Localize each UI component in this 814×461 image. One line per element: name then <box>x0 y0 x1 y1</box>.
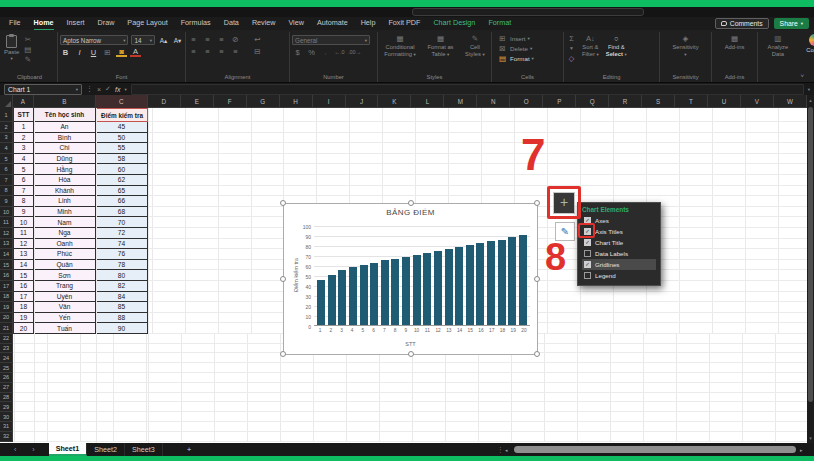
number-format-select[interactable]: General▾ <box>292 35 370 45</box>
table-cell[interactable]: 72 <box>96 228 148 239</box>
column-header-V[interactable]: V <box>741 95 774 108</box>
chart-element-item-legend[interactable]: Legend <box>582 270 656 281</box>
align-right-icon[interactable]: ≡ <box>216 47 227 56</box>
chart-bar[interactable] <box>381 260 389 325</box>
menu-tab-insert[interactable]: Insert <box>67 17 85 31</box>
shrink-font-icon[interactable]: A▾ <box>172 36 183 45</box>
empty-cells[interactable] <box>148 122 807 133</box>
row-header-24[interactable]: 24 <box>0 353 13 363</box>
autosum-icon[interactable]: Σ <box>566 34 577 43</box>
sheet-nav-left-icon[interactable]: ‹ <box>14 446 16 453</box>
menu-tab-review[interactable]: Review <box>252 17 276 31</box>
row-header-1[interactable]: 1 <box>0 108 13 122</box>
table-cell[interactable]: Sơn <box>34 270 96 281</box>
chart-bar[interactable] <box>360 265 368 325</box>
menu-tab-draw[interactable]: Draw <box>98 17 115 31</box>
empty-cells[interactable] <box>148 133 807 144</box>
row-header-25[interactable]: 25 <box>0 363 13 373</box>
chart-bar[interactable] <box>391 259 399 325</box>
chart-bars[interactable] <box>314 226 530 325</box>
empty-cells[interactable] <box>148 154 807 165</box>
table-header-cell[interactable]: STT <box>13 108 34 122</box>
select-all-button[interactable] <box>0 95 13 108</box>
chart-bar[interactable] <box>370 263 378 325</box>
row-header-3[interactable]: 3 <box>0 133 13 144</box>
row-header-5[interactable]: 5 <box>0 154 13 165</box>
fill-color-button[interactable]: ◙ <box>116 48 127 57</box>
table-cell[interactable]: 15 <box>13 270 34 281</box>
chart-bar[interactable] <box>402 257 410 325</box>
chart-resize-handle[interactable] <box>534 276 540 282</box>
empty-cells[interactable] <box>13 373 807 383</box>
cell-styles-button[interactable]: ✎ CellStyles ▾ <box>463 33 487 59</box>
chart-bar[interactable] <box>413 255 421 325</box>
checkbox-data-labels[interactable] <box>584 250 591 257</box>
menu-tab-page-layout[interactable]: Page Layout <box>127 17 167 31</box>
empty-cells[interactable] <box>13 422 807 432</box>
table-cell[interactable]: Minh <box>34 207 96 218</box>
empty-cells[interactable] <box>13 402 807 412</box>
menu-tab-help[interactable]: Help <box>361 17 376 31</box>
font-name-select[interactable]: Aptos Narrow▾ <box>60 35 128 45</box>
table-cell[interactable]: 7 <box>13 186 34 197</box>
column-header-C[interactable]: C <box>96 95 148 108</box>
table-cell[interactable]: Oanh <box>34 239 96 250</box>
empty-cells[interactable] <box>13 393 807 403</box>
menu-tab-automate[interactable]: Automate <box>317 17 348 31</box>
orientation-icon[interactable]: ⊘ <box>230 35 241 44</box>
comments-button[interactable]: Comments <box>715 18 769 29</box>
column-header-E[interactable]: E <box>181 95 214 108</box>
format-painter-icon[interactable]: ✎ <box>22 55 33 64</box>
menu-tab-formulas[interactable]: Formulas <box>181 17 211 31</box>
row-header-28[interactable]: 28 <box>0 393 13 403</box>
menu-tab-view[interactable]: View <box>288 17 303 31</box>
chart-bar[interactable] <box>508 237 516 325</box>
sort-filter-button[interactable]: A↓ Sort &Filter ▾ <box>580 33 601 59</box>
search-box[interactable] <box>412 8 644 16</box>
ribbon-collapse-icon[interactable]: ˅ <box>800 73 804 79</box>
table-cell[interactable]: 50 <box>96 133 148 144</box>
checkbox-legend[interactable] <box>584 272 591 279</box>
sheet-tab-sheet2[interactable]: Sheet2 <box>87 443 125 456</box>
table-cell[interactable]: Chi <box>34 143 96 154</box>
row-header-19[interactable]: 19 <box>0 302 13 313</box>
add-ins-button[interactable]: ▦ Add-ins <box>723 33 747 52</box>
row-header-7[interactable]: 7 <box>0 175 13 186</box>
empty-cells[interactable] <box>13 383 807 393</box>
font-size-select[interactable]: 14▾ <box>131 35 155 45</box>
vertical-scrollbar[interactable]: ▴ ▾ <box>807 95 814 443</box>
table-cell[interactable]: 85 <box>96 302 148 313</box>
table-cell[interactable]: 8 <box>13 196 34 207</box>
chart-bar[interactable] <box>466 245 474 325</box>
fill-icon[interactable]: ▼ <box>566 44 577 53</box>
italic-button[interactable]: I <box>74 48 85 57</box>
column-header-R[interactable]: R <box>609 95 642 108</box>
tab-split-handle[interactable]: ⋮ <box>497 446 504 454</box>
align-left-icon[interactable]: ≡ <box>188 47 199 56</box>
table-cell[interactable]: 18 <box>13 302 34 313</box>
row-header-18[interactable]: 18 <box>0 292 13 303</box>
table-cell[interactable]: Vân <box>34 302 96 313</box>
table-cell[interactable]: 17 <box>13 292 34 303</box>
table-cell[interactable]: 5 <box>13 164 34 175</box>
borders-button[interactable]: ⊞ <box>102 48 113 57</box>
row-header-32[interactable]: 32 <box>0 432 13 442</box>
chart-element-item-chart-title[interactable]: ✓Chart Title <box>582 237 656 248</box>
column-header-W[interactable]: W <box>774 95 807 108</box>
chart-bar[interactable] <box>445 249 453 325</box>
formula-input[interactable] <box>131 84 804 95</box>
table-cell[interactable]: 13 <box>13 249 34 260</box>
column-header-S[interactable]: S <box>642 95 675 108</box>
table-cell[interactable]: Yến <box>34 313 96 324</box>
table-cell[interactable]: 68 <box>96 207 148 218</box>
cancel-icon[interactable]: × <box>97 86 101 93</box>
table-cell[interactable]: Bình <box>34 133 96 144</box>
table-cell[interactable]: Quân <box>34 260 96 271</box>
row-header-14[interactable]: 14 <box>0 249 13 260</box>
menu-tab-data[interactable]: Data <box>224 17 239 31</box>
column-header-Q[interactable]: Q <box>576 95 609 108</box>
delete-cells-button[interactable]: ⊠Delete▾ <box>497 43 561 53</box>
chart-bar[interactable] <box>455 247 463 325</box>
scroll-down-icon[interactable]: ▾ <box>807 435 814 441</box>
table-cell[interactable]: 90 <box>96 323 148 334</box>
